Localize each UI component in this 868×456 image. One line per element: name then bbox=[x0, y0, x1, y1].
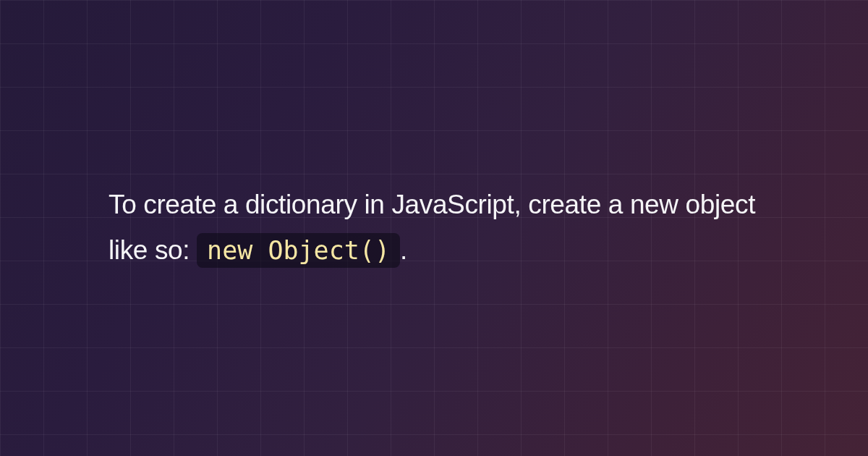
description-text: To create a dictionary in JavaScript, cr… bbox=[109, 182, 760, 274]
text-after-code: . bbox=[400, 235, 407, 265]
code-snippet: new Object() bbox=[197, 233, 400, 268]
content-container: To create a dictionary in JavaScript, cr… bbox=[0, 0, 868, 456]
